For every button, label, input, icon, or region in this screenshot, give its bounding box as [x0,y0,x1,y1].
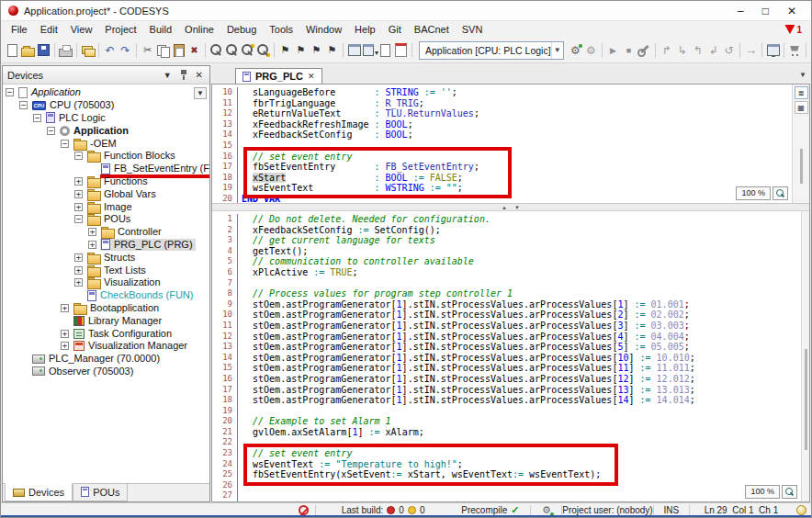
next-statement-icon[interactable] [743,43,759,58]
declaration-scrollbar[interactable] [800,149,803,184]
redo-icon[interactable] [118,43,133,58]
expander-plus-icon[interactable]: + [74,177,83,186]
expander-minus-icon[interactable]: − [74,152,83,160]
undo-icon[interactable] [102,43,118,58]
find-icon[interactable] [209,43,224,58]
application-dropdown[interactable]: ▼ [194,87,207,99]
menu-online[interactable]: Online [178,21,220,38]
declaration-editor[interactable]: 10 sLanguageBefore : STRING := '';11 fbr… [212,84,809,204]
tree-item-plc-manager-70-0000[interactable]: PLC_Manager (70.0000) [3,353,209,366]
open-file-icon[interactable] [20,43,36,58]
save-file-icon[interactable] [36,43,51,58]
expander-plus-icon[interactable]: + [61,330,69,338]
tree-item-application[interactable]: −Application [3,86,209,99]
tree-item-visualization-manager[interactable]: +Visualization Manager [3,340,209,353]
step-out-icon[interactable] [690,43,705,58]
bookmark-clear-icon[interactable] [324,43,340,58]
maximize-button[interactable]: □ [762,6,769,17]
menu-build[interactable]: Build [143,21,178,38]
menu-bacnet[interactable]: BACnet [408,21,456,38]
find-in-project-icon[interactable] [240,43,255,58]
tree-item-visualization[interactable]: +Visualization [3,276,209,289]
expander-minus-icon[interactable]: − [19,101,28,109]
calendar-icon[interactable] [393,43,409,58]
page-icon[interactable] [378,43,393,58]
find-next-icon[interactable] [224,43,240,58]
expander-plus-icon[interactable]: + [88,241,96,249]
gear-gray-icon[interactable] [583,43,599,58]
tree-item-library-manager[interactable]: Library Manager [3,314,209,327]
expander-plus-icon[interactable]: + [88,228,96,236]
tree-item-checkbounds-fun[interactable]: CheckBounds (FUN) [3,289,209,302]
panel-close-icon[interactable]: ✕ [196,70,203,80]
expander-plus-icon[interactable]: + [74,266,83,275]
cart-icon[interactable] [787,43,803,58]
menu-help[interactable]: Help [348,21,382,38]
copy-icon[interactable] [155,43,171,58]
expander-plus-icon[interactable]: + [61,304,69,312]
gear-green-icon[interactable] [568,43,583,58]
monitor-icon[interactable] [765,43,781,58]
implementation-zoom-button[interactable] [782,485,797,499]
expander-plus-icon[interactable]: + [61,342,69,350]
menu-project[interactable]: Project [98,21,142,38]
play-icon[interactable] [605,43,621,58]
expander-minus-icon[interactable]: − [6,88,14,96]
window-icon[interactable] [346,43,362,58]
declaration-zoom-button[interactable] [773,186,788,200]
tree-item-text-lists[interactable]: +Text Lists [3,264,209,276]
bookmark-previous-icon[interactable] [309,43,324,58]
tree-item-oem[interactable]: −-OEM [3,137,209,150]
tree-item-image[interactable]: +Image [3,200,209,213]
delete-icon[interactable] [186,43,202,58]
textual-view-button[interactable]: ≣ [795,86,808,99]
menu-debug[interactable]: Debug [220,21,263,38]
tree-item-global-vars[interactable]: +Global Vars [3,187,209,200]
panel-dropdown-icon[interactable]: ▼ [164,71,172,80]
editor-splitter[interactable]: ▲ ▼ [212,204,809,211]
menu-window[interactable]: Window [299,21,348,38]
grid-dropdown-icon[interactable] [362,43,378,58]
menu-file[interactable]: File [5,21,34,38]
tab-close-icon[interactable]: ✕ [308,73,315,81]
tree-item-prg-plc-prg[interactable]: +PRG_PLC (PRG) [3,239,209,252]
tab-prg-plc[interactable]: PRG_PLC ✕ [235,68,322,84]
tabular-view-button[interactable]: ▦ [795,101,808,114]
notification-flag-icon[interactable] [784,25,795,34]
splitter-down-icon[interactable]: ▼ [514,205,520,210]
tree-item-bootapplication[interactable]: +Bootapplication [3,302,209,315]
step-single-icon[interactable] [705,43,721,58]
step-into-icon[interactable] [674,43,690,58]
tree-item-pous[interactable]: −POUs [3,213,209,226]
tree-item-controller[interactable]: +Controller [3,226,209,239]
tab-devices[interactable]: Devices [5,483,73,501]
expander-plus-icon[interactable]: + [74,190,83,198]
pin-icon[interactable] [180,70,187,80]
tab-list-dropdown-icon[interactable]: ▼ [799,71,806,79]
expander-plus-icon[interactable]: + [74,278,83,287]
menu-edit[interactable]: Edit [34,21,64,38]
scrollbar-thumb[interactable] [805,349,807,450]
expander-plus-icon[interactable]: + [74,203,83,211]
expander-plus-icon[interactable]: + [74,253,83,262]
tree-item-observer-705003[interactable]: Observer (705003) [3,366,209,378]
tree-item-plc-logic[interactable]: −PLC Logic [3,112,209,125]
cut-icon[interactable] [140,43,155,58]
menu-tools[interactable]: Tools [263,21,299,38]
expander-minus-icon[interactable]: − [33,114,41,122]
paste-icon[interactable] [171,43,186,58]
active-application-combo[interactable]: Application [CPU: PLC Logic] ▼ [419,41,564,60]
copy-project-icon[interactable] [80,43,96,58]
expander-minus-icon[interactable]: − [74,215,83,223]
tree-item-task-configuration[interactable]: +Task Configuration [3,327,209,340]
expander-minus-icon[interactable]: − [47,127,55,135]
tree-item-function-blocks[interactable]: −Function Blocks [3,150,209,163]
bookmark-next-icon[interactable] [293,43,309,58]
stop-icon[interactable] [621,43,637,58]
tree-item-fb-setevententry-fb[interactable]: FB_SetEventEntry (FB) [3,163,209,175]
chevron-down-icon[interactable]: ▼ [551,42,563,59]
close-button[interactable]: ✕ [787,6,796,17]
implementation-scrollbar[interactable] [801,211,809,501]
tree-item-application[interactable]: −Application [3,124,209,137]
tree-item-structs[interactable]: +Structs [3,251,209,264]
